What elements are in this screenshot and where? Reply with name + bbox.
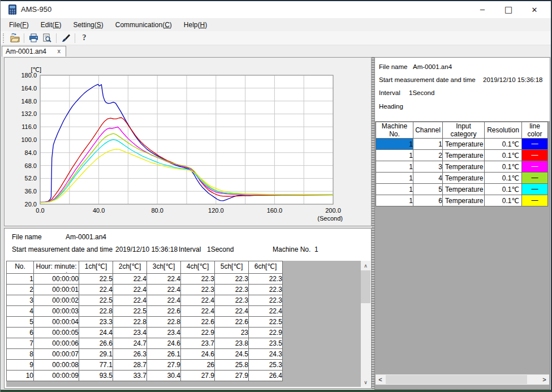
value-cell[interactable]: 22.9: [249, 328, 283, 338]
machine-no-cell[interactable]: 1: [376, 139, 413, 150]
value-cell[interactable]: 22.4: [215, 306, 249, 317]
row-no-cell[interactable]: 3: [7, 295, 34, 306]
line-color-swatch[interactable]: —: [522, 173, 548, 184]
value-cell[interactable]: 22.4: [147, 295, 181, 306]
input-category-cell[interactable]: Temperature: [443, 150, 485, 161]
value-cell[interactable]: 24.6: [181, 349, 215, 360]
input-category-cell[interactable]: Temperature: [443, 139, 485, 150]
channel-cell[interactable]: 6: [413, 195, 443, 206]
row-no-cell[interactable]: 6: [7, 328, 34, 338]
value-cell[interactable]: 27.9: [181, 371, 215, 381]
channel-row[interactable]: 15Temperature0.1℃—: [376, 184, 548, 195]
time-cell[interactable]: 00:00:00: [34, 274, 79, 285]
scrollbar-thumb[interactable]: [386, 375, 527, 384]
time-cell[interactable]: 00:00:04: [34, 317, 79, 328]
machine-no-cell[interactable]: 1: [376, 150, 413, 161]
value-cell[interactable]: 25.3: [249, 360, 283, 371]
value-cell[interactable]: 22.4: [181, 306, 215, 317]
value-cell[interactable]: 22.3: [249, 295, 283, 306]
channel-cell[interactable]: 1: [413, 139, 443, 150]
value-cell[interactable]: 29.1: [79, 349, 113, 360]
machine-no-cell[interactable]: 1: [376, 173, 413, 184]
value-cell[interactable]: 22.3: [215, 295, 249, 306]
row-no-cell[interactable]: 4: [7, 306, 34, 317]
value-cell[interactable]: 23.5: [249, 338, 283, 349]
value-cell[interactable]: 22.3: [215, 285, 249, 295]
value-cell[interactable]: 22.5: [79, 274, 113, 285]
value-cell[interactable]: 26.4: [249, 371, 283, 381]
value-cell[interactable]: 26.6: [79, 338, 113, 349]
resolution-cell[interactable]: 0.1℃: [485, 150, 522, 161]
row-no-cell[interactable]: 2: [7, 285, 34, 295]
time-cell[interactable]: 00:00:07: [34, 349, 79, 360]
line-style-button[interactable]: [59, 32, 72, 44]
value-cell[interactable]: 24.3: [249, 349, 283, 360]
resolution-cell[interactable]: 0.1℃: [485, 173, 522, 184]
value-cell[interactable]: 22.6: [215, 317, 249, 328]
value-cell[interactable]: 22.4: [249, 306, 283, 317]
open-file-button[interactable]: [8, 32, 21, 44]
value-cell[interactable]: 22.8: [147, 317, 181, 328]
value-cell[interactable]: 28.7: [113, 360, 147, 371]
channel-cell[interactable]: 5: [413, 184, 443, 195]
tab-am0001[interactable]: Am-0001.an4 x: [2, 46, 66, 57]
value-cell[interactable]: 22.8: [113, 317, 147, 328]
value-cell[interactable]: 22.8: [79, 306, 113, 317]
value-cell[interactable]: 23.4: [147, 328, 181, 338]
time-cell[interactable]: 00:00:03: [34, 306, 79, 317]
value-cell[interactable]: 22.6: [181, 317, 215, 328]
scroll-left-icon[interactable]: <: [376, 374, 385, 385]
print-button[interactable]: [27, 32, 40, 44]
value-cell[interactable]: 23.3: [79, 317, 113, 328]
measurement-row[interactable]: 900:00:0877.128.727.92625.825.3: [7, 360, 283, 371]
resolution-cell[interactable]: 0.1℃: [485, 139, 522, 150]
value-cell[interactable]: 23.7: [181, 338, 215, 349]
value-cell[interactable]: 22.3: [215, 274, 249, 285]
channel-cell[interactable]: 3: [413, 161, 443, 173]
input-category-cell[interactable]: Temperature: [443, 184, 485, 195]
time-cell[interactable]: 00:00:09: [34, 371, 79, 381]
measurement-row[interactable]: 800:00:0729.126.326.124.624.524.3: [7, 349, 283, 360]
value-cell[interactable]: 22.4: [181, 295, 215, 306]
time-cell[interactable]: 00:00:02: [34, 295, 79, 306]
tab-close-icon[interactable]: x: [58, 48, 61, 54]
channel-row[interactable]: 14Temperature0.1℃—: [376, 173, 548, 184]
value-cell[interactable]: 25.8: [215, 360, 249, 371]
value-cell[interactable]: 22.3: [181, 285, 215, 295]
line-color-swatch[interactable]: —: [522, 184, 548, 195]
value-cell[interactable]: 24.7: [113, 338, 147, 349]
measurement-row[interactable]: 100:00:0022.522.422.422.322.322.3: [7, 274, 283, 285]
menu-setting[interactable]: Setting(S): [73, 21, 103, 29]
measurement-row[interactable]: 1000:00:0993.533.730.427.927.926.4: [7, 371, 283, 381]
resolution-cell[interactable]: 0.1℃: [485, 161, 522, 173]
value-cell[interactable]: 22.4: [113, 285, 147, 295]
maximize-button[interactable]: □: [502, 5, 515, 15]
value-cell[interactable]: 26.3: [113, 349, 147, 360]
menu-help[interactable]: Help(H): [184, 21, 207, 29]
row-no-cell[interactable]: 10: [7, 371, 34, 381]
time-cell[interactable]: 00:00:06: [34, 338, 79, 349]
scrollbar-thumb[interactable]: [361, 270, 370, 303]
value-cell[interactable]: 22.5: [79, 295, 113, 306]
channel-row[interactable]: 16Temperature0.1℃—: [376, 195, 548, 206]
horizontal-scrollbar[interactable]: < >: [376, 374, 549, 385]
value-cell[interactable]: 23.8: [215, 338, 249, 349]
line-color-swatch[interactable]: —: [522, 161, 548, 173]
value-cell[interactable]: 22.4: [147, 274, 181, 285]
row-no-cell[interactable]: 9: [7, 360, 34, 371]
input-category-cell[interactable]: Temperature: [443, 173, 485, 184]
value-cell[interactable]: 27.9: [215, 371, 249, 381]
measurement-row[interactable]: 300:00:0222.522.422.422.422.322.3: [7, 295, 283, 306]
time-cell[interactable]: 00:00:05: [34, 328, 79, 338]
row-no-cell[interactable]: 5: [7, 317, 34, 328]
value-cell[interactable]: 22.5: [113, 306, 147, 317]
resolution-cell[interactable]: 0.1℃: [485, 184, 522, 195]
value-cell[interactable]: 77.1: [79, 360, 113, 371]
line-color-swatch[interactable]: —: [522, 195, 548, 206]
value-cell[interactable]: 22.3: [249, 285, 283, 295]
row-no-cell[interactable]: 7: [7, 338, 34, 349]
machine-no-cell[interactable]: 1: [376, 184, 413, 195]
value-cell[interactable]: 26: [181, 360, 215, 371]
line-color-swatch[interactable]: —: [522, 139, 548, 150]
input-category-cell[interactable]: Temperature: [443, 161, 485, 173]
